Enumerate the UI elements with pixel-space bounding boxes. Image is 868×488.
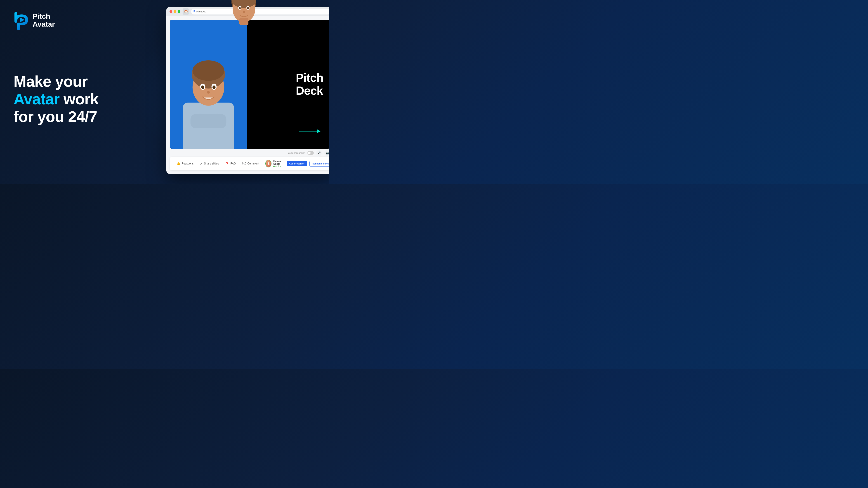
address-text: Pitch Av... [196, 10, 207, 13]
headline-line3: for you 24/7 [13, 108, 97, 125]
presentation-area: Pitch Deck [170, 20, 329, 149]
svg-point-7 [239, 7, 241, 9]
voice-recognition-toggle[interactable] [307, 151, 314, 155]
headline-accent: Avatar [13, 90, 59, 107]
cam-icon[interactable]: 📷 [324, 150, 329, 156]
presenter-floating-head [223, 0, 264, 26]
svg-rect-4 [239, 18, 248, 25]
left-section: Make your Avatar work for you 24/7 [13, 0, 140, 184]
voice-recognition-label: Voice recognition [288, 152, 305, 154]
status-dot [273, 166, 275, 167]
svg-point-20 [201, 86, 204, 89]
user-status: Online [273, 165, 284, 167]
svg-point-21 [213, 86, 216, 89]
faq-icon: ❓ [225, 162, 229, 165]
dot-yellow [174, 10, 176, 13]
share-slides-label: Share slides [204, 162, 219, 165]
schedule-meeting-button[interactable]: Schedule meeting [309, 161, 329, 166]
svg-point-8 [247, 7, 249, 9]
headline: Make your Avatar work for you 24/7 [13, 72, 140, 126]
user-info: Emma Scott Online [273, 160, 284, 167]
user-name: Emma Scott [273, 160, 284, 165]
user-avatar: E [266, 160, 272, 167]
call-presenter-button[interactable]: Call Presenter [287, 161, 307, 166]
share-slides-button[interactable]: ↗ Share slides [197, 160, 221, 167]
voice-recognition-bar: Voice recognition 🎤 📷 [166, 149, 329, 157]
svg-point-17 [193, 60, 224, 81]
share-icon: ↗ [200, 162, 203, 165]
dot-red [169, 10, 172, 13]
svg-point-9 [243, 11, 245, 13]
toggle-knob [308, 152, 311, 154]
svg-point-22 [207, 91, 210, 94]
toolbar-right: E Emma Scott Online Call Presenter Sched… [266, 160, 329, 167]
faq-button[interactable]: ❓ FAQ [222, 160, 239, 167]
browser-home-button[interactable]: 🏠 [183, 8, 189, 15]
dot-green [178, 10, 180, 13]
comment-button[interactable]: 💬 Comment [239, 160, 262, 167]
comment-label: Comment [247, 162, 259, 165]
reactions-label: Reactions [182, 162, 193, 165]
browser-dots [169, 10, 180, 13]
mic-icon[interactable]: 🎤 [316, 150, 322, 156]
faq-label: FAQ [230, 162, 236, 165]
toolbar-actions: 👍 Reactions ↗ Share slides ❓ FAQ [174, 160, 262, 167]
pitch-deck-text: Pitch Deck [296, 71, 323, 97]
arrow-head [317, 129, 320, 133]
arrow-line [299, 131, 317, 131]
browser-content: Pitch Deck Voice recognition 🎤 📷 [166, 16, 329, 174]
favicon: P [193, 10, 195, 13]
reactions-button[interactable]: 👍 Reactions [174, 160, 196, 167]
browser-window: 🏠 P Pitch Av... [166, 7, 329, 174]
headline-work: work [59, 90, 98, 107]
comment-icon: 💬 [242, 162, 246, 165]
browser-mockup: 🏠 P Pitch Av... [166, 7, 329, 174]
bottom-toolbar: 👍 Reactions ↗ Share slides ❓ FAQ [170, 157, 329, 170]
avatar-card [170, 20, 247, 149]
svg-rect-13 [191, 114, 226, 128]
reactions-icon: 👍 [176, 162, 180, 165]
headline-line1: Make your [13, 73, 88, 90]
next-arrow[interactable] [299, 129, 320, 133]
user-profile: E Emma Scott Online [266, 160, 284, 167]
